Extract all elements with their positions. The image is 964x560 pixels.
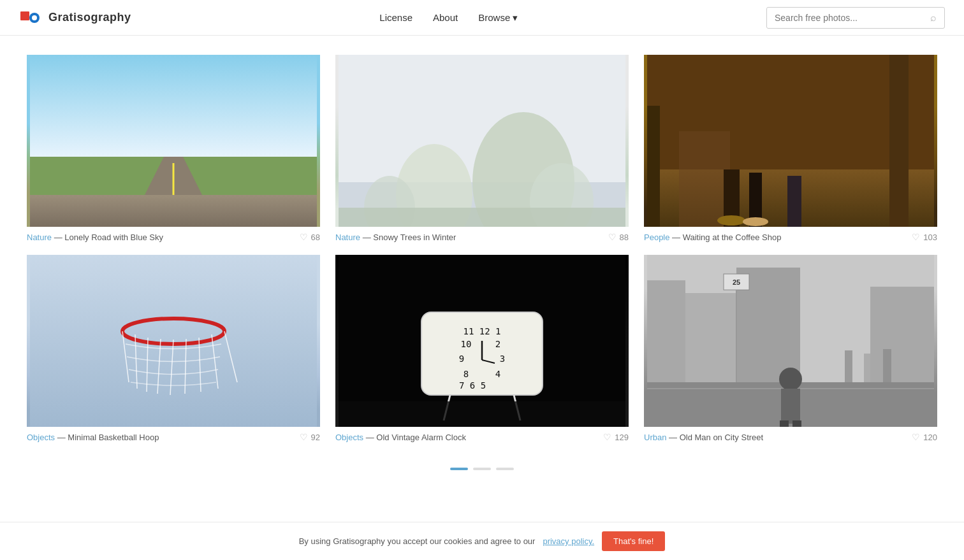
like-count: 129 <box>615 433 629 442</box>
photo-likes-coffee[interactable]: ♡103 <box>912 232 937 242</box>
photo-caption-basketball: Objects — Minimal Basketball Hoop♡92 <box>27 432 320 442</box>
pagination-dot-1[interactable] <box>450 468 468 470</box>
photo-title-urban: — Old Man on City Street <box>666 433 763 442</box>
svg-text:2: 2 <box>495 339 500 349</box>
header: Gratisography License About Browse ▾ ⌕ <box>0 0 964 36</box>
photo-likes-road[interactable]: ♡68 <box>300 232 320 242</box>
search-bar: ⌕ <box>766 7 945 29</box>
svg-rect-22 <box>787 176 801 227</box>
like-count: 103 <box>923 233 937 242</box>
photo-placeholder-road <box>27 55 320 227</box>
logo-icon <box>19 6 42 29</box>
photo-item-basketball[interactable]: Objects — Minimal Basketball Hoop♡92 <box>19 248 328 449</box>
svg-rect-14 <box>339 208 625 227</box>
svg-rect-59 <box>781 389 800 424</box>
photo-title-clock: — Old Vintage Alarm Clock <box>363 433 466 442</box>
search-button[interactable]: ⌕ <box>923 8 944 28</box>
photo-placeholder-coffee <box>644 55 937 227</box>
svg-rect-64 <box>883 349 891 382</box>
svg-rect-19 <box>679 131 730 227</box>
heart-icon: ♡ <box>608 232 617 242</box>
logo-area: Gratisography <box>19 6 131 29</box>
heart-icon: ♡ <box>912 232 920 242</box>
photo-placeholder-urban: 25 <box>644 255 937 427</box>
main-nav: License About Browse ▾ <box>379 12 518 24</box>
heart-icon: ♡ <box>912 432 920 442</box>
svg-rect-0 <box>20 11 29 20</box>
photo-caption-road: Nature — Lonely Road with Blue Sky♡68 <box>27 232 320 242</box>
photo-likes-clock[interactable]: ♡129 <box>603 432 629 442</box>
svg-rect-18 <box>647 106 660 227</box>
svg-text:8: 8 <box>464 369 469 379</box>
svg-text:11 12 1: 11 12 1 <box>463 326 500 336</box>
photo-image-coffee[interactable] <box>644 55 937 227</box>
photo-item-road[interactable]: Nature — Lonely Road with Blue Sky♡68 <box>19 48 328 248</box>
photo-category-road[interactable]: Nature <box>27 233 52 242</box>
svg-text:9: 9 <box>459 354 464 364</box>
pagination <box>0 461 964 483</box>
photo-title-snow: — Snowy Trees in Winter <box>360 233 456 242</box>
photo-caption-coffee: People — Waiting at the Coffee Shop♡103 <box>644 232 937 242</box>
photo-placeholder-clock: 11 12 1 10 2 9 3 8 4 7 6 5 <box>335 255 629 427</box>
svg-text:4: 4 <box>495 369 500 379</box>
photo-placeholder-snow <box>335 55 629 227</box>
photo-caption-clock: Objects — Old Vintage Alarm Clock♡129 <box>335 432 629 442</box>
photo-category-urban[interactable]: Urban <box>644 433 666 442</box>
photo-item-urban[interactable]: 25 Urban — Old Man on City Street♡120 <box>636 248 945 449</box>
photo-category-basketball[interactable]: Objects <box>27 433 55 442</box>
pagination-dot-2[interactable] <box>473 468 491 470</box>
photo-caption-snow: Nature — Snowy Trees in Winter♡88 <box>335 232 629 242</box>
like-count: 92 <box>311 433 320 442</box>
photo-grid: Nature — Lonely Road with Blue Sky♡68 Na… <box>0 36 964 461</box>
photo-title-coffee: — Waiting at the Coffee Shop <box>669 233 781 242</box>
photo-image-snow[interactable] <box>335 55 629 227</box>
pagination-dot-3[interactable] <box>496 468 514 470</box>
nav-license[interactable]: License <box>379 12 413 23</box>
chevron-down-icon: ▾ <box>513 12 518 24</box>
svg-text:7 6 5: 7 6 5 <box>459 380 486 391</box>
photo-category-snow[interactable]: Nature <box>335 233 360 242</box>
like-count: 120 <box>923 433 937 442</box>
photo-category-coffee[interactable]: People <box>644 233 669 242</box>
photo-placeholder-basketball <box>27 255 320 427</box>
photo-item-coffee[interactable]: People — Waiting at the Coffee Shop♡103 <box>636 48 945 248</box>
photo-item-clock[interactable]: 11 12 1 10 2 9 3 8 4 7 6 5 Objects — Old… <box>328 248 636 449</box>
nav-about[interactable]: About <box>433 12 458 23</box>
like-count: 88 <box>620 233 629 242</box>
svg-rect-60 <box>780 420 789 427</box>
photo-category-clock[interactable]: Objects <box>335 433 363 442</box>
svg-rect-61 <box>792 420 801 427</box>
photo-title-basketball: — Minimal Basketball Hoop <box>55 433 159 442</box>
svg-rect-50 <box>339 401 625 427</box>
search-input[interactable] <box>767 8 923 27</box>
heart-icon: ♡ <box>300 232 308 242</box>
svg-rect-17 <box>889 55 909 227</box>
svg-point-24 <box>743 217 768 226</box>
svg-point-23 <box>717 215 745 226</box>
like-count: 68 <box>311 233 320 242</box>
photo-caption-urban: Urban — Old Man on City Street♡120 <box>644 432 937 442</box>
svg-rect-63 <box>864 354 870 382</box>
svg-rect-62 <box>845 350 852 382</box>
photo-image-clock[interactable]: 11 12 1 10 2 9 3 8 4 7 6 5 <box>335 255 629 427</box>
svg-point-58 <box>779 368 802 391</box>
svg-text:10: 10 <box>461 339 472 349</box>
photo-image-basketball[interactable] <box>27 255 320 427</box>
photo-likes-snow[interactable]: ♡88 <box>608 232 629 242</box>
svg-text:3: 3 <box>500 354 505 364</box>
photo-likes-basketball[interactable]: ♡92 <box>300 432 320 442</box>
svg-point-2 <box>32 15 37 20</box>
photo-title-road: — Lonely Road with Blue Sky <box>52 233 163 242</box>
svg-text:25: 25 <box>733 278 740 286</box>
logo-text: Gratisography <box>48 11 131 24</box>
svg-rect-5 <box>30 195 317 227</box>
photo-image-urban[interactable]: 25 <box>644 255 937 427</box>
heart-icon: ♡ <box>603 432 611 442</box>
photo-likes-urban[interactable]: ♡120 <box>912 432 937 442</box>
heart-icon: ♡ <box>300 432 308 442</box>
nav-browse[interactable]: Browse ▾ <box>478 12 518 24</box>
search-icon: ⌕ <box>930 12 937 23</box>
photo-item-snow[interactable]: Nature — Snowy Trees in Winter♡88 <box>328 48 636 248</box>
photo-image-road[interactable] <box>27 55 320 227</box>
